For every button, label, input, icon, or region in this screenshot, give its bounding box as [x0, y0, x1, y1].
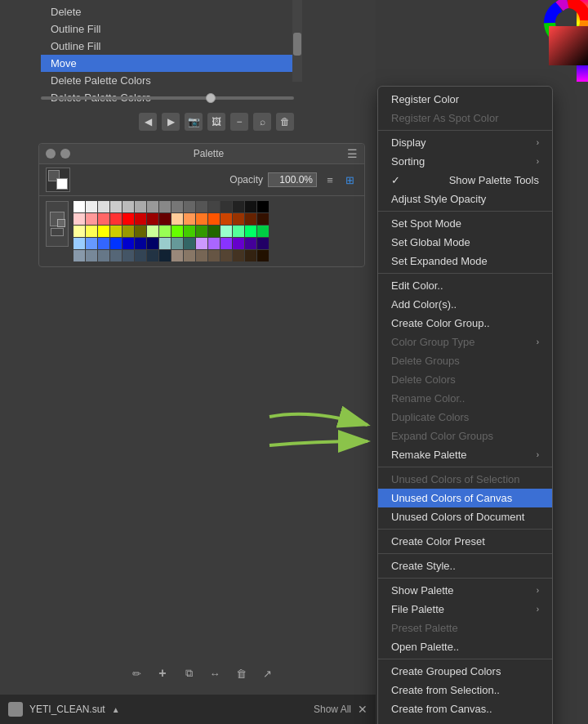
swatch[interactable]: [110, 201, 122, 212]
slider-track[interactable]: [41, 96, 294, 100]
menu-item-create-color-preset[interactable]: Create Color Preset: [378, 532, 552, 551]
swatch[interactable]: [233, 250, 244, 261]
swatch[interactable]: [172, 250, 183, 261]
menu-item-add-colors[interactable]: Add Color(s)..: [378, 295, 552, 314]
swatch[interactable]: [74, 213, 85, 225]
swatch[interactable]: [147, 238, 158, 249]
duplicate-icon[interactable]: ⧉: [179, 664, 198, 683]
swatch[interactable]: [122, 213, 134, 225]
trash-icon[interactable]: 🗑: [276, 113, 294, 131]
swatch[interactable]: [245, 226, 256, 237]
swatch[interactable]: [184, 226, 195, 237]
image-icon[interactable]: 🖼: [207, 113, 225, 131]
swatch[interactable]: [220, 201, 232, 212]
swatch[interactable]: [184, 213, 195, 225]
menu-item-create-from-selection[interactable]: Create from Selection..: [378, 681, 552, 699]
swatch[interactable]: [135, 250, 146, 261]
swatch[interactable]: [74, 201, 85, 212]
palette-menu-icon[interactable]: ☰: [347, 147, 358, 160]
swatch[interactable]: [220, 250, 232, 261]
swatch[interactable]: [233, 201, 244, 212]
list-item-outline-fill-1[interactable]: Outline Fill: [41, 20, 294, 38]
swatch[interactable]: [110, 226, 122, 237]
swatch[interactable]: [196, 250, 207, 261]
swatch[interactable]: [233, 226, 244, 237]
swatch[interactable]: [122, 238, 134, 249]
move-icon[interactable]: ↔: [205, 664, 225, 683]
swatch[interactable]: [184, 250, 195, 261]
swatch[interactable]: [147, 250, 158, 261]
camera-icon[interactable]: 📷: [185, 113, 203, 131]
swatch[interactable]: [135, 201, 146, 212]
palette-minimize-button[interactable]: [60, 149, 70, 159]
swatch[interactable]: [74, 226, 85, 237]
swatch[interactable]: [208, 238, 220, 249]
menu-item-register-color[interactable]: Register Color: [378, 90, 552, 109]
swatch[interactable]: [196, 226, 207, 237]
swatch[interactable]: [86, 238, 97, 249]
swatch[interactable]: [159, 226, 171, 237]
swatch[interactable]: [159, 213, 171, 225]
menu-item-create-color-group[interactable]: Create Color Group..: [378, 314, 552, 333]
swatch[interactable]: [110, 213, 122, 225]
list-view-icon[interactable]: ≡: [322, 172, 338, 188]
swatch[interactable]: [245, 213, 256, 225]
menu-item-file-palette[interactable]: File Palette ›: [378, 600, 552, 619]
menu-item-show-palette[interactable]: Show Palette ›: [378, 581, 552, 600]
menu-item-display[interactable]: Display ›: [378, 133, 552, 152]
back-icon[interactable]: ◀: [139, 113, 157, 131]
swatch[interactable]: [172, 226, 183, 237]
swatch[interactable]: [147, 226, 158, 237]
swatch[interactable]: [98, 226, 109, 237]
swatch[interactable]: [257, 250, 269, 261]
menu-item-unused-colors-document[interactable]: Unused Colors of Document: [378, 507, 552, 526]
swatch[interactable]: [98, 213, 109, 225]
swatch[interactable]: [208, 213, 220, 225]
swatch[interactable]: [122, 250, 134, 261]
swatch[interactable]: [184, 201, 195, 212]
swatch[interactable]: [110, 238, 122, 249]
swatch[interactable]: [172, 213, 183, 225]
swatch[interactable]: [122, 226, 134, 237]
grid-view-icon[interactable]: ⊞: [341, 172, 358, 188]
swatch[interactable]: [208, 201, 220, 212]
menu-item-set-spot-mode[interactable]: Set Spot Mode: [378, 214, 552, 233]
scrollbar-thumb[interactable]: [293, 33, 301, 56]
swatch[interactable]: [220, 238, 232, 249]
swatch[interactable]: [147, 213, 158, 225]
swatch[interactable]: [196, 201, 207, 212]
list-item-delete-palette-1[interactable]: Delete Palette Colors: [41, 72, 294, 89]
list-item-outline-fill-2[interactable]: Outline Fill: [41, 38, 294, 55]
taskbar-close-button[interactable]: ✕: [358, 703, 368, 716]
swatch[interactable]: [135, 238, 146, 249]
swatch[interactable]: [74, 238, 85, 249]
swatch[interactable]: [257, 238, 269, 249]
menu-item-edit-color[interactable]: Edit Color..: [378, 276, 552, 295]
swatch[interactable]: [245, 201, 256, 212]
menu-item-create-from-canvas[interactable]: Create from Canvas..: [378, 699, 552, 718]
swatch[interactable]: [184, 238, 195, 249]
swatch[interactable]: [86, 201, 97, 212]
swatch[interactable]: [257, 201, 269, 212]
menu-item-open-palette[interactable]: Open Palette..: [378, 637, 552, 656]
swatch[interactable]: [208, 226, 220, 237]
swatch[interactable]: [208, 250, 220, 261]
swatch[interactable]: [245, 250, 256, 261]
swatch[interactable]: [257, 213, 269, 225]
swatch[interactable]: [159, 238, 171, 249]
swatch[interactable]: [98, 250, 109, 261]
swatch[interactable]: [98, 238, 109, 249]
swatch[interactable]: [86, 250, 97, 261]
palette-close-button[interactable]: [46, 149, 56, 159]
menu-item-unused-colors-canvas[interactable]: Unused Colors of Canvas: [378, 489, 552, 507]
taskbar-show-all[interactable]: Show All: [314, 704, 351, 715]
menu-item-show-palette-tools[interactable]: Show Palette Tools: [378, 171, 552, 190]
swatch[interactable]: [147, 201, 158, 212]
minus-icon[interactable]: −: [230, 113, 248, 131]
swatch[interactable]: [135, 213, 146, 225]
swatch[interactable]: [257, 226, 269, 237]
swatch[interactable]: [220, 213, 232, 225]
swatch[interactable]: [86, 226, 97, 237]
forward-icon[interactable]: ▶: [162, 113, 180, 131]
swatch[interactable]: [233, 238, 244, 249]
